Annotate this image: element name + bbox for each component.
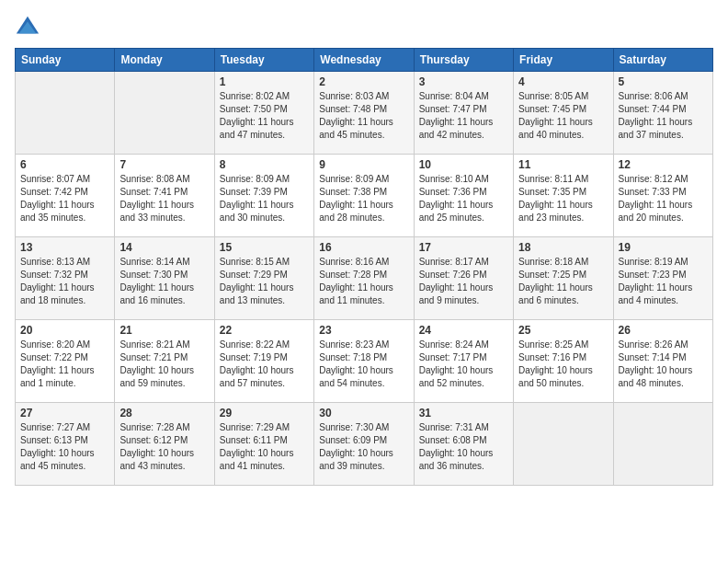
calendar-cell: 31Sunrise: 7:31 AM Sunset: 6:08 PM Dayli…: [414, 403, 513, 486]
weekday-header: Friday: [514, 49, 613, 72]
calendar-cell: 3Sunrise: 8:04 AM Sunset: 7:47 PM Daylig…: [414, 72, 513, 155]
calendar-cell: 15Sunrise: 8:15 AM Sunset: 7:29 PM Dayli…: [214, 237, 313, 320]
day-number: 16: [319, 241, 408, 254]
day-number: 31: [419, 407, 508, 419]
day-info: Sunrise: 8:22 AM Sunset: 7:19 PM Dayligh…: [220, 339, 309, 390]
day-number: 8: [220, 158, 309, 171]
header: [15, 15, 713, 40]
day-number: 5: [619, 75, 708, 88]
calendar-cell: 12Sunrise: 8:12 AM Sunset: 7:33 PM Dayli…: [613, 155, 712, 237]
calendar-cell: 6Sunrise: 8:07 AM Sunset: 7:42 PM Daylig…: [16, 155, 115, 237]
day-info: Sunrise: 8:08 AM Sunset: 7:41 PM Dayligh…: [119, 173, 209, 224]
day-number: 25: [518, 324, 608, 337]
calendar-cell: 23Sunrise: 8:23 AM Sunset: 7:18 PM Dayli…: [314, 320, 414, 403]
calendar-cell: 21Sunrise: 8:21 AM Sunset: 7:21 PM Dayli…: [115, 320, 214, 403]
day-number: 11: [518, 158, 608, 171]
day-number: 24: [419, 324, 508, 337]
day-info: Sunrise: 7:28 AM Sunset: 6:12 PM Dayligh…: [119, 421, 209, 473]
day-number: 6: [20, 158, 109, 171]
calendar-cell: [16, 72, 115, 155]
weekday-header: Saturday: [613, 49, 712, 72]
day-number: 15: [220, 241, 309, 254]
logo-icon: [15, 15, 40, 40]
day-info: Sunrise: 8:26 AM Sunset: 7:14 PM Dayligh…: [619, 339, 708, 390]
day-info: Sunrise: 8:18 AM Sunset: 7:25 PM Dayligh…: [518, 256, 608, 307]
weekday-header: Wednesday: [314, 49, 414, 72]
calendar-cell: 24Sunrise: 8:24 AM Sunset: 7:17 PM Dayli…: [414, 320, 513, 403]
day-info: Sunrise: 8:13 AM Sunset: 7:32 PM Dayligh…: [20, 256, 109, 307]
calendar-cell: 26Sunrise: 8:26 AM Sunset: 7:14 PM Dayli…: [613, 320, 712, 403]
calendar-cell: 27Sunrise: 7:27 AM Sunset: 6:13 PM Dayli…: [16, 403, 115, 486]
calendar-cell: 28Sunrise: 7:28 AM Sunset: 6:12 PM Dayli…: [115, 403, 214, 486]
calendar-cell: 30Sunrise: 7:30 AM Sunset: 6:09 PM Dayli…: [314, 403, 414, 486]
day-number: 22: [220, 324, 309, 337]
day-info: Sunrise: 8:15 AM Sunset: 7:29 PM Dayligh…: [220, 256, 309, 307]
calendar-cell: 22Sunrise: 8:22 AM Sunset: 7:19 PM Dayli…: [214, 320, 313, 403]
day-number: 21: [119, 324, 209, 337]
calendar-cell: 7Sunrise: 8:08 AM Sunset: 7:41 PM Daylig…: [115, 155, 214, 237]
day-number: 30: [319, 407, 408, 419]
calendar-cell: 16Sunrise: 8:16 AM Sunset: 7:28 PM Dayli…: [314, 237, 414, 320]
calendar-cell: 14Sunrise: 8:14 AM Sunset: 7:30 PM Dayli…: [115, 237, 214, 320]
day-number: 14: [119, 241, 209, 254]
calendar-cell: [514, 403, 613, 486]
day-info: Sunrise: 8:17 AM Sunset: 7:26 PM Dayligh…: [419, 256, 508, 307]
day-info: Sunrise: 8:06 AM Sunset: 7:44 PM Dayligh…: [619, 90, 708, 142]
day-info: Sunrise: 8:12 AM Sunset: 7:33 PM Dayligh…: [619, 173, 708, 224]
calendar-cell: 8Sunrise: 8:09 AM Sunset: 7:39 PM Daylig…: [214, 155, 313, 237]
day-number: 3: [419, 75, 508, 88]
calendar-cell: [613, 403, 712, 486]
day-info: Sunrise: 7:27 AM Sunset: 6:13 PM Dayligh…: [20, 421, 109, 473]
calendar-cell: 1Sunrise: 8:02 AM Sunset: 7:50 PM Daylig…: [214, 72, 313, 155]
calendar-cell: 4Sunrise: 8:05 AM Sunset: 7:45 PM Daylig…: [514, 72, 613, 155]
day-info: Sunrise: 8:24 AM Sunset: 7:17 PM Dayligh…: [419, 339, 508, 390]
day-number: 13: [20, 241, 109, 254]
day-info: Sunrise: 7:30 AM Sunset: 6:09 PM Dayligh…: [319, 421, 408, 473]
day-number: 18: [518, 241, 608, 254]
calendar-cell: 9Sunrise: 8:09 AM Sunset: 7:38 PM Daylig…: [314, 155, 414, 237]
calendar-cell: 18Sunrise: 8:18 AM Sunset: 7:25 PM Dayli…: [514, 237, 613, 320]
day-info: Sunrise: 8:02 AM Sunset: 7:50 PM Dayligh…: [220, 90, 309, 142]
day-number: 1: [220, 75, 309, 88]
calendar-cell: 29Sunrise: 7:29 AM Sunset: 6:11 PM Dayli…: [214, 403, 313, 486]
calendar-cell: 25Sunrise: 8:25 AM Sunset: 7:16 PM Dayli…: [514, 320, 613, 403]
day-number: 19: [619, 241, 708, 254]
calendar-cell: 10Sunrise: 8:10 AM Sunset: 7:36 PM Dayli…: [414, 155, 513, 237]
day-info: Sunrise: 8:11 AM Sunset: 7:35 PM Dayligh…: [518, 173, 608, 224]
day-number: 10: [419, 158, 508, 171]
day-info: Sunrise: 8:21 AM Sunset: 7:21 PM Dayligh…: [119, 339, 209, 390]
day-info: Sunrise: 8:16 AM Sunset: 7:28 PM Dayligh…: [319, 256, 408, 307]
day-number: 23: [319, 324, 408, 337]
calendar-table: SundayMondayTuesdayWednesdayThursdayFrid…: [15, 48, 713, 486]
logo: [15, 15, 44, 40]
day-info: Sunrise: 8:05 AM Sunset: 7:45 PM Dayligh…: [518, 90, 608, 142]
day-info: Sunrise: 8:14 AM Sunset: 7:30 PM Dayligh…: [119, 256, 209, 307]
day-number: 29: [220, 407, 309, 419]
day-info: Sunrise: 8:07 AM Sunset: 7:42 PM Dayligh…: [20, 173, 109, 224]
day-info: Sunrise: 8:10 AM Sunset: 7:36 PM Dayligh…: [419, 173, 508, 224]
day-number: 20: [20, 324, 109, 337]
day-number: 27: [20, 407, 109, 419]
calendar-cell: 20Sunrise: 8:20 AM Sunset: 7:22 PM Dayli…: [16, 320, 115, 403]
weekday-header: Monday: [115, 49, 214, 72]
day-info: Sunrise: 8:09 AM Sunset: 7:39 PM Dayligh…: [220, 173, 309, 224]
day-number: 9: [319, 158, 408, 171]
weekday-header: Thursday: [414, 49, 513, 72]
calendar-cell: 17Sunrise: 8:17 AM Sunset: 7:26 PM Dayli…: [414, 237, 513, 320]
day-info: Sunrise: 8:19 AM Sunset: 7:23 PM Dayligh…: [619, 256, 708, 307]
weekday-header: Tuesday: [214, 49, 313, 72]
calendar-cell: 11Sunrise: 8:11 AM Sunset: 7:35 PM Dayli…: [514, 155, 613, 237]
calendar-cell: 2Sunrise: 8:03 AM Sunset: 7:48 PM Daylig…: [314, 72, 414, 155]
calendar-cell: 19Sunrise: 8:19 AM Sunset: 7:23 PM Dayli…: [613, 237, 712, 320]
day-number: 28: [119, 407, 209, 419]
day-info: Sunrise: 8:23 AM Sunset: 7:18 PM Dayligh…: [319, 339, 408, 390]
day-number: 2: [319, 75, 408, 88]
day-info: Sunrise: 8:03 AM Sunset: 7:48 PM Dayligh…: [319, 90, 408, 142]
day-info: Sunrise: 7:31 AM Sunset: 6:08 PM Dayligh…: [419, 421, 508, 473]
day-number: 26: [619, 324, 708, 337]
weekday-header: Sunday: [16, 49, 115, 72]
day-info: Sunrise: 8:09 AM Sunset: 7:38 PM Dayligh…: [319, 173, 408, 224]
day-info: Sunrise: 7:29 AM Sunset: 6:11 PM Dayligh…: [220, 421, 309, 473]
day-info: Sunrise: 8:25 AM Sunset: 7:16 PM Dayligh…: [518, 339, 608, 390]
day-number: 4: [518, 75, 608, 88]
